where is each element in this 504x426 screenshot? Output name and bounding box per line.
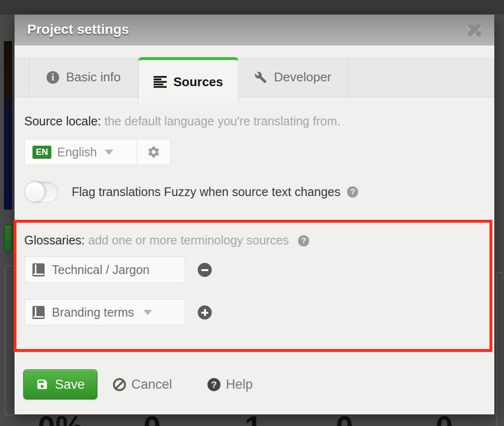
help-circle-icon bbox=[207, 378, 220, 391]
chevron-down-icon bbox=[143, 310, 152, 315]
help-button[interactable]: Help bbox=[207, 369, 253, 399]
info-circle-icon bbox=[47, 71, 59, 84]
tab-label: Developer bbox=[274, 70, 331, 85]
overlay-top-band bbox=[0, 0, 504, 15]
help-label: Help bbox=[226, 377, 253, 392]
cancel-button[interactable]: Cancel bbox=[113, 369, 172, 399]
glossary-name: Branding terms bbox=[52, 305, 134, 320]
save-button[interactable]: Save bbox=[23, 369, 97, 399]
tab-label: Sources bbox=[173, 75, 223, 90]
glossaries-label: Glossaries: bbox=[24, 233, 85, 247]
glossary-row: Branding terms bbox=[24, 299, 212, 325]
remove-glossary-icon[interactable] bbox=[198, 263, 212, 277]
source-locale-label: Source locale: bbox=[24, 114, 101, 128]
source-locale-heading: Source locale: the default language you'… bbox=[24, 114, 340, 128]
book-icon bbox=[32, 263, 45, 276]
fuzzy-toggle-row: Flag translations Fuzzy when source text… bbox=[24, 182, 358, 202]
gear-icon bbox=[147, 145, 160, 159]
fuzzy-toggle[interactable] bbox=[24, 182, 58, 202]
locale-dropdown[interactable]: EN English bbox=[24, 139, 137, 165]
background-panel-edge-left bbox=[5, 265, 13, 415]
chevron-down-icon bbox=[105, 150, 113, 155]
glossaries-hint: add one or more terminology sources bbox=[88, 233, 289, 247]
background-panel-edge-right bbox=[496, 272, 503, 426]
locale-code-badge: EN bbox=[32, 146, 51, 159]
background-image-fragment bbox=[4, 41, 12, 210]
add-glossary-icon[interactable] bbox=[198, 305, 212, 320]
book-icon bbox=[32, 306, 45, 319]
glossaries-heading: Glossaries: add one or more terminology … bbox=[24, 233, 309, 247]
glossary-row: Technical / Jargon bbox=[24, 257, 212, 283]
tab-developer[interactable]: Developer bbox=[238, 57, 348, 97]
tab-bar: Basic info Sources Developer bbox=[15, 57, 494, 97]
locale-settings-button[interactable] bbox=[137, 139, 171, 165]
toggle-knob bbox=[24, 182, 45, 202]
dialog-title: Project settings bbox=[27, 15, 129, 45]
glossary-dropdown-branding-terms[interactable]: Branding terms bbox=[24, 299, 185, 325]
save-floppy-icon bbox=[36, 378, 48, 391]
cancel-ban-icon bbox=[113, 378, 126, 391]
glossary-item-technical-jargon[interactable]: Technical / Jargon bbox=[24, 257, 185, 283]
locale-name: English bbox=[57, 145, 97, 159]
help-circle-icon[interactable] bbox=[347, 186, 358, 198]
dialog-header[interactable]: Project settings bbox=[15, 15, 494, 46]
fuzzy-toggle-label: Flag translations Fuzzy when source text… bbox=[72, 185, 340, 199]
tab-basic-info[interactable]: Basic info bbox=[29, 57, 138, 97]
save-button-label: Save bbox=[55, 377, 85, 392]
tab-label: Basic info bbox=[66, 70, 121, 85]
locale-button-group: EN English bbox=[24, 139, 171, 165]
source-locale-hint: the default language you're translating … bbox=[104, 114, 340, 128]
background-green-button-fragment bbox=[4, 224, 13, 252]
project-settings-dialog: Project settings Basic info Sources bbox=[15, 15, 494, 414]
screen: 0% 0 1 0 0 Project settings Basic info bbox=[0, 0, 504, 426]
close-icon[interactable] bbox=[466, 23, 483, 37]
align-left-icon bbox=[154, 76, 167, 88]
wrench-icon bbox=[254, 71, 267, 84]
help-circle-icon[interactable] bbox=[298, 235, 309, 246]
cancel-label: Cancel bbox=[131, 377, 172, 392]
tab-sources[interactable]: Sources bbox=[138, 57, 238, 104]
glossary-name: Technical / Jargon bbox=[52, 263, 150, 277]
